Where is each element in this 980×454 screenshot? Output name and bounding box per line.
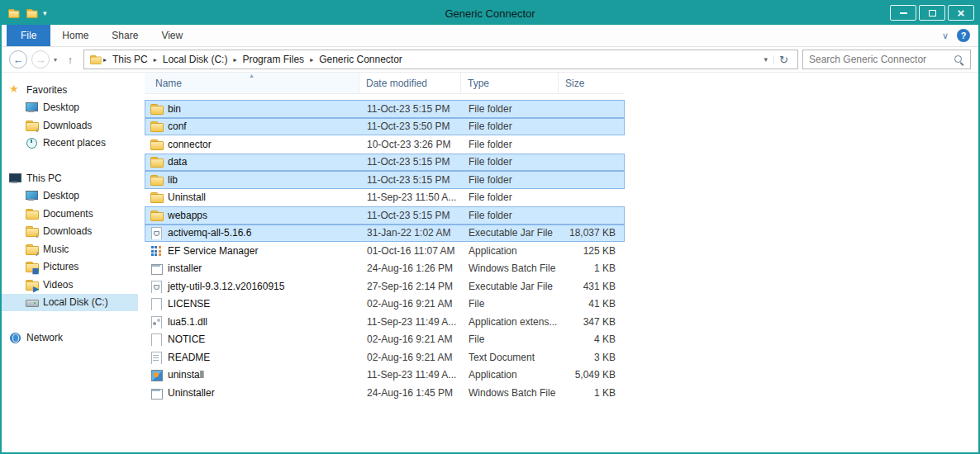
breadcrumb-item[interactable]: Generic Connector [315, 54, 407, 65]
file-date: 11-Oct-23 5:15 PM [360, 210, 462, 221]
overlay-glyph-icon: ↓ [36, 126, 40, 134]
sidebar-section-label: Favorites [26, 84, 67, 96]
sidebar-item-label: Desktop [43, 102, 79, 113]
maximize-button[interactable] [919, 5, 945, 21]
minimize-button[interactable] [890, 5, 916, 21]
file-date: 24-Aug-16 1:26 PM [360, 262, 462, 274]
file-row-activemq-all-5-16-6[interactable]: activemq-all-5.16.631-Jan-22 1:02 AMExec… [145, 225, 625, 243]
sidebar-section-header-network[interactable]: Network [2, 329, 138, 347]
column-header-type[interactable]: Type [461, 73, 559, 93]
main-area: FavoritesDesktop↓DownloadsRecent placesT… [2, 73, 978, 452]
drive-icon [25, 296, 38, 309]
column-header-size[interactable]: Size [559, 73, 625, 93]
sidebar-item-desktop[interactable]: Desktop [2, 187, 138, 206]
file-name-cell: connector [145, 138, 360, 151]
address-box[interactable]: ▸This PC▸Local Disk (C:)▸Program Files▸G… [83, 50, 798, 69]
file-type: File folder [462, 121, 559, 132]
file-row-readme[interactable]: README02-Aug-16 9:21 AMText Document3 KB [145, 348, 625, 367]
address-dropdown-icon[interactable]: ▾ [759, 55, 775, 64]
qat-dropdown-icon[interactable]: ▾ [43, 9, 47, 17]
breadcrumb-item[interactable]: Local Disk (C:) [159, 54, 232, 65]
file-row-notice[interactable]: NOTICE02-Aug-16 9:21 AMFile4 KB [145, 331, 625, 349]
sidebar-item-local-disk-c[interactable]: Local Disk (C:) [2, 294, 138, 312]
file-date: 01-Oct-16 11:07 AM [360, 245, 462, 257]
refresh-icon[interactable]: ↻ [774, 54, 793, 66]
folder-icon[interactable] [7, 7, 19, 19]
breadcrumb-item[interactable]: This PC [108, 54, 152, 65]
titlebar[interactable]: ▾ Generic Connector × [2, 2, 978, 25]
file-type: Windows Batch File [462, 387, 559, 399]
search-icon[interactable] [954, 54, 964, 65]
back-button[interactable]: ← [9, 50, 27, 69]
file-size: 5,049 KB [559, 369, 624, 381]
file-row-lua5-1-dll[interactable]: lua5.1.dll11-Sep-23 11:49 A...Applicatio… [145, 313, 625, 331]
sidebar-section-network: Network [2, 329, 138, 347]
sidebar-item-documents[interactable]: Documents [2, 205, 138, 223]
file-row-uninstall[interactable]: Uninstall11-Sep-23 11:50 A...File folder [145, 189, 625, 207]
file-name: installer [168, 262, 202, 274]
file-row-installer[interactable]: installer24-Aug-16 1:26 PMWindows Batch … [145, 260, 625, 278]
file-name: connector [168, 139, 212, 150]
recent-locations-icon[interactable]: ▾ [54, 56, 57, 64]
file-name: webapps [168, 210, 207, 221]
forward-button[interactable]: → [31, 50, 50, 69]
folder-icon[interactable] [26, 7, 37, 19]
tab-file[interactable]: File [7, 25, 50, 46]
tab-share[interactable]: Share [100, 25, 150, 46]
location-folder-icon [89, 54, 101, 65]
sidebar-section-this-pc: This PCDesktopDocuments↓Downloads♪Music▦… [2, 169, 138, 311]
file-row-bin[interactable]: bin11-Oct-23 5:15 PMFile folder [145, 100, 625, 118]
file-date: 02-Aug-16 9:21 AM [360, 352, 462, 363]
breadcrumb-item[interactable]: Program Files [238, 54, 308, 65]
sidebar-item-videos[interactable]: ▶Videos [2, 276, 138, 294]
file-row-lib[interactable]: lib11-Oct-23 5:15 PMFile folder [145, 171, 625, 189]
file-name: LICENSE [168, 298, 210, 310]
sidebar-item-pictures[interactable]: ▦Pictures [2, 258, 138, 277]
folder-icon: ↓ [25, 225, 38, 238]
sidebar-item-music[interactable]: ♪Music [2, 240, 138, 258]
sidebar-item-recent-places[interactable]: Recent places [2, 135, 138, 153]
file-name-cell: installer [145, 262, 360, 275]
help-icon[interactable]: ? [957, 29, 970, 42]
file-name: NOTICE [168, 333, 205, 345]
recent-icon [25, 136, 38, 149]
breadcrumb-separator-icon[interactable]: ▸ [152, 56, 159, 64]
column-header-date-modified[interactable]: Date modified [359, 73, 461, 93]
dll-icon [150, 315, 163, 329]
file-row-webapps[interactable]: webapps11-Oct-23 5:15 PMFile folder [145, 206, 625, 225]
file-row-uninstall[interactable]: uninstall11-Sep-23 11:49 A...Application… [145, 367, 625, 385]
file-row-license[interactable]: LICENSE02-Aug-16 9:21 AMFile41 KB [145, 296, 625, 314]
breadcrumb-separator-icon[interactable]: ▸ [102, 56, 108, 64]
file-row-jetty-util-9-3-12-v20160915[interactable]: jetty-util-9.3.12.v2016091527-Sep-16 2:1… [145, 277, 625, 296]
sidebar-section-favorites: FavoritesDesktop↓DownloadsRecent places [2, 81, 138, 152]
up-button[interactable]: ↑ [61, 50, 79, 69]
file-row-conf[interactable]: conf11-Oct-23 5:50 PMFile folder [145, 118, 625, 136]
column-header-name[interactable]: ▲Name [145, 73, 359, 93]
file-row-data[interactable]: data11-Oct-23 5:15 PMFile folder [145, 154, 625, 172]
close-button[interactable]: × [948, 5, 974, 21]
file-row-ef-service-manager[interactable]: EF Service Manager01-Oct-16 11:07 AMAppl… [145, 242, 625, 260]
folder-icon [150, 209, 163, 222]
sidebar-item-downloads[interactable]: ↓Downloads [2, 223, 138, 241]
file-date: 10-Oct-23 3:26 PM [360, 139, 462, 150]
sidebar-section-header-this-pc[interactable]: This PC [2, 169, 138, 187]
overlay-glyph-icon: ↓ [36, 232, 40, 239]
tab-view[interactable]: View [150, 25, 194, 46]
text-icon [150, 351, 163, 364]
folder-icon: ♪ [25, 243, 38, 256]
file-row-connector[interactable]: connector10-Oct-23 3:26 PMFile folder [145, 135, 625, 154]
sidebar-item-downloads[interactable]: ↓Downloads [2, 116, 138, 135]
search-input[interactable] [809, 54, 954, 65]
up-icon: ↑ [68, 54, 74, 66]
breadcrumb-separator-icon[interactable]: ▸ [231, 56, 238, 64]
sidebar-item-desktop[interactable]: Desktop [2, 99, 138, 117]
file-row-uninstaller[interactable]: Uninstaller24-Aug-16 1:45 PMWindows Batc… [145, 384, 625, 402]
tab-home[interactable]: Home [50, 25, 100, 46]
ribbon-right-controls: ∨ ? [942, 25, 970, 46]
file-size: 1 KB [559, 262, 624, 274]
folder-icon [150, 102, 163, 116]
file-type: File folder [462, 192, 559, 203]
breadcrumb-separator-icon[interactable]: ▸ [308, 56, 315, 64]
ribbon-collapse-icon[interactable]: ∨ [942, 31, 949, 41]
sidebar-section-header-favorites[interactable]: Favorites [2, 81, 138, 99]
